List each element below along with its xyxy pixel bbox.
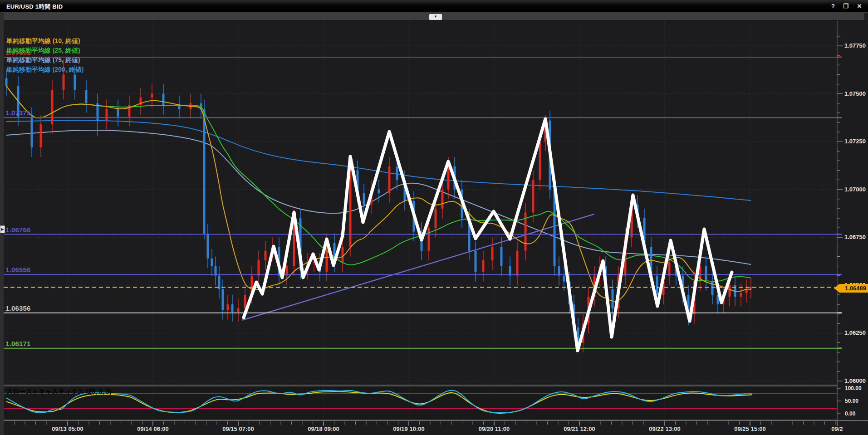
- left-edge-strip: [0, 13, 4, 435]
- help-button[interactable]: ?: [828, 2, 839, 10]
- chart-canvas[interactable]: [0, 0, 868, 435]
- legend-item-sma[interactable]: 単純移動平均線 (25, 終値): [6, 47, 80, 55]
- maximize-button[interactable]: ❐: [840, 2, 851, 10]
- time-axis-label: 09/21 12:00: [564, 425, 595, 432]
- legend-item-sma[interactable]: 単純移動平均線 (10, 終値): [6, 37, 80, 45]
- price-line-label: 1.07375: [5, 109, 31, 117]
- price-axis-label: 1.06000: [844, 377, 866, 384]
- time-axis-label: 09/18 09:00: [308, 425, 339, 432]
- price-axis-label: 1.06250: [844, 329, 866, 336]
- chevron-right-icon: ▶: [1, 227, 4, 231]
- chevron-down-icon: ▼: [434, 15, 437, 19]
- left-panel-handle[interactable]: ▶: [0, 225, 5, 233]
- stoch-axis-label: 50.00: [845, 398, 858, 404]
- time-axis-label: 09/20 11:00: [479, 425, 510, 432]
- current-price-badge: 1.06489: [834, 284, 868, 293]
- price-line-label: 1.06556: [5, 266, 31, 274]
- price-line-label: 1.06766: [5, 226, 31, 234]
- time-axis-label: 09/14 06:00: [137, 425, 168, 432]
- price-axis-label: 1.07250: [844, 138, 866, 145]
- time-axis-label: 09/15 07:00: [222, 425, 254, 432]
- title-bar[interactable]: EUR/USD 1時間 BID ? ❐ ✕: [0, 0, 868, 13]
- price-axis-label: 1.07000: [844, 186, 866, 193]
- stochastic-label: スローストキャスティクス (25, 3, 3): [6, 388, 112, 396]
- time-axis-label: 09/19 10:00: [393, 425, 424, 432]
- stoch-axis-label: 0.00: [845, 411, 855, 417]
- legend-item-sma[interactable]: 単純移動平均線 (200, 終値): [6, 66, 83, 74]
- close-button[interactable]: ✕: [854, 2, 865, 10]
- collapse-toolbar-button[interactable]: ▼: [429, 14, 442, 20]
- legend-item-sma[interactable]: 単純移動平均線 (75, 終値): [6, 56, 80, 64]
- price-axis-label: 1.07500: [844, 90, 866, 97]
- price-axis[interactable]: 1.077501.075001.072501.070001.067501.065…: [842, 21, 868, 420]
- time-axis-label: 09/2: [831, 425, 843, 432]
- price-line-label: 1.06356: [5, 304, 31, 312]
- time-axis-label: 09/22 13:00: [649, 425, 680, 432]
- price-line-label: 1.06171: [5, 340, 31, 347]
- price-axis-label: 1.07750: [844, 42, 866, 49]
- price-axis-label: 1.06750: [844, 234, 866, 240]
- chart-window: EUR/USD 1時間 BID ? ❐ ✕ ▼ ▶ 単純移動平均線 (10, 終…: [0, 0, 868, 435]
- time-axis-label: 09/25 15:00: [734, 425, 765, 432]
- time-axis-label: 09/13 05:00: [52, 425, 83, 432]
- stoch-axis-label: 100.00: [845, 385, 862, 391]
- window-title: EUR/USD 1時間 BID: [6, 3, 63, 11]
